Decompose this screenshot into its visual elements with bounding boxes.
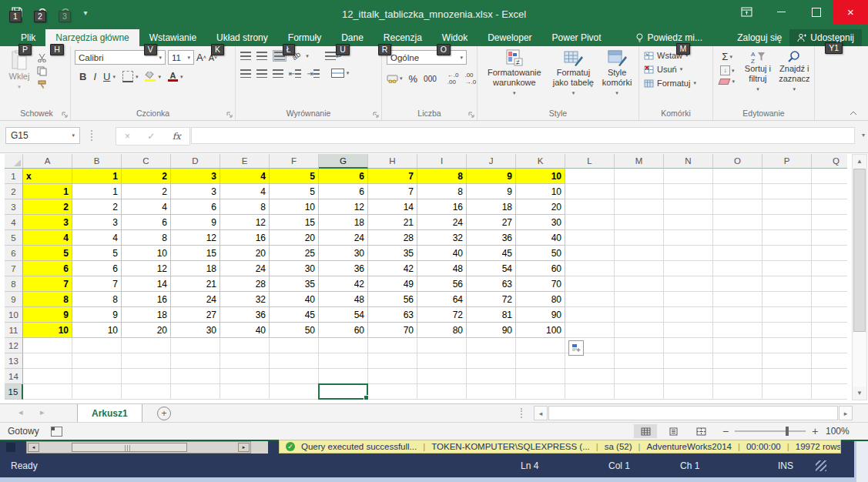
cell-A13[interactable] <box>23 353 72 369</box>
column-header-M[interactable]: M <box>615 154 664 169</box>
cell-C2[interactable]: 2 <box>122 184 171 199</box>
cell-D14[interactable] <box>171 369 220 384</box>
cell-O10[interactable] <box>713 307 762 323</box>
tab-scrollbar-splitter[interactable] <box>521 408 522 418</box>
cell-N15[interactable] <box>664 384 713 400</box>
cell-Q2[interactable] <box>812 184 847 199</box>
cell-F10[interactable]: 45 <box>270 307 319 323</box>
decrease-decimal-button[interactable]: .00→.0 <box>464 72 476 85</box>
align-middle-button[interactable] <box>256 52 267 60</box>
cell-G1[interactable]: 6 <box>319 169 368 184</box>
horizontal-scrollbar[interactable] <box>548 406 838 420</box>
cell-N7[interactable] <box>664 261 713 276</box>
cell-Q14[interactable] <box>812 369 847 384</box>
cell-N1[interactable] <box>664 169 713 184</box>
increase-decimal-button[interactable]: ←.0.00 <box>447 72 459 85</box>
cell-L7[interactable] <box>565 261 615 276</box>
cell-I10[interactable]: 72 <box>417 307 467 323</box>
cell-F6[interactable]: 25 <box>270 246 319 261</box>
font-color-button[interactable]: A ▾ <box>168 72 183 82</box>
scroll-down-icon[interactable]: ▼ <box>853 387 866 400</box>
row-header-11[interactable]: 11 <box>5 323 23 338</box>
cell-P6[interactable] <box>762 246 812 261</box>
cell-B6[interactable]: 5 <box>72 246 122 261</box>
cell-I1[interactable]: 8 <box>417 169 467 184</box>
percent-style-button[interactable]: % <box>409 73 418 85</box>
cell-M11[interactable] <box>615 323 664 338</box>
tab-3[interactable]: Układ stronyK <box>206 29 278 46</box>
column-header-B[interactable]: B <box>72 154 122 169</box>
cell-D11[interactable]: 30 <box>171 323 220 338</box>
cell-B12[interactable] <box>72 338 122 353</box>
cell-E3[interactable]: 8 <box>220 199 270 215</box>
cell-C14[interactable] <box>122 369 171 384</box>
cell-H7[interactable]: 42 <box>368 261 417 276</box>
cell-D2[interactable]: 3 <box>171 184 220 199</box>
cell-M10[interactable] <box>615 307 664 323</box>
cell-H11[interactable]: 70 <box>368 323 417 338</box>
cell-H1[interactable]: 7 <box>368 169 417 184</box>
cell-Q8[interactable] <box>812 276 847 292</box>
row-header-9[interactable]: 9 <box>5 292 23 307</box>
column-header-G[interactable]: G <box>319 154 368 169</box>
cell-L10[interactable] <box>565 307 615 323</box>
scroll-left-icon[interactable]: ◂ <box>534 406 548 420</box>
cell-F1[interactable]: 5 <box>270 169 319 184</box>
cell-A6[interactable]: 5 <box>23 246 72 261</box>
cell-M9[interactable] <box>615 292 664 307</box>
cell-L2[interactable] <box>565 184 615 199</box>
cell-E15[interactable] <box>220 384 270 400</box>
cell-E10[interactable]: 36 <box>220 307 270 323</box>
cell-M2[interactable] <box>615 184 664 199</box>
row-header-1[interactable]: 1 <box>5 169 23 184</box>
share-button[interactable]: Udostępnij Y1 <box>789 29 862 46</box>
cell-A10[interactable]: 9 <box>23 307 72 323</box>
cell-Q7[interactable] <box>812 261 847 276</box>
cell-J4[interactable]: 27 <box>467 215 516 230</box>
cell-I9[interactable]: 64 <box>417 292 467 307</box>
active-cell-selection[interactable] <box>318 383 368 400</box>
cell-H12[interactable] <box>368 338 417 353</box>
fill-color-button[interactable]: ▾ <box>145 72 161 82</box>
ssms-scroll-thumb[interactable] <box>72 443 187 452</box>
save-button[interactable]: 1 <box>8 3 26 22</box>
prev-sheet-icon[interactable]: ◂ <box>18 407 23 417</box>
cancel-entry-icon[interactable]: × <box>125 131 130 142</box>
cell-I2[interactable]: 8 <box>417 184 467 199</box>
cell-N12[interactable] <box>664 338 713 353</box>
cell-J8[interactable]: 63 <box>467 276 516 292</box>
row-header-14[interactable]: 14 <box>5 369 23 384</box>
cell-H2[interactable]: 7 <box>368 184 417 199</box>
cell-B5[interactable]: 4 <box>72 230 122 246</box>
number-dialog-launcher[interactable] <box>468 112 474 118</box>
cell-I12[interactable] <box>417 338 467 353</box>
cell-Q6[interactable] <box>812 246 847 261</box>
tab-4[interactable]: FormułyŁ <box>278 29 331 46</box>
conditional-formatting-button[interactable]: ≠ Formatowanie warunkowe▾ <box>479 49 550 107</box>
cell-F2[interactable]: 5 <box>270 184 319 199</box>
tab-2[interactable]: WstawianieV <box>139 29 206 46</box>
cell-A5[interactable]: 4 <box>23 230 72 246</box>
cell-K13[interactable] <box>516 353 565 369</box>
zoom-out-button[interactable]: − <box>722 425 729 437</box>
cell-D15[interactable] <box>171 384 220 400</box>
cell-K4[interactable]: 30 <box>516 215 565 230</box>
cell-F4[interactable]: 15 <box>270 215 319 230</box>
row-header-8[interactable]: 8 <box>5 276 23 292</box>
cell-I7[interactable]: 48 <box>417 261 467 276</box>
cell-K2[interactable]: 10 <box>516 184 565 199</box>
row-header-15[interactable]: 15 <box>5 384 23 400</box>
cell-F15[interactable] <box>270 384 319 400</box>
column-header-J[interactable]: J <box>467 154 516 169</box>
cell-K6[interactable]: 50 <box>516 246 565 261</box>
format-cells-button[interactable]: Formatuj▾ <box>644 79 708 88</box>
ssms-scroll-left-icon[interactable]: ◂ <box>28 443 39 452</box>
cell-L5[interactable] <box>565 230 615 246</box>
next-sheet-icon[interactable]: ▸ <box>40 407 45 417</box>
cell-G5[interactable]: 24 <box>319 230 368 246</box>
cell-Q13[interactable] <box>812 353 847 369</box>
cell-F9[interactable]: 40 <box>270 292 319 307</box>
cell-J10[interactable]: 81 <box>467 307 516 323</box>
cell-K12[interactable] <box>516 338 565 353</box>
column-header-F[interactable]: F <box>270 154 319 169</box>
